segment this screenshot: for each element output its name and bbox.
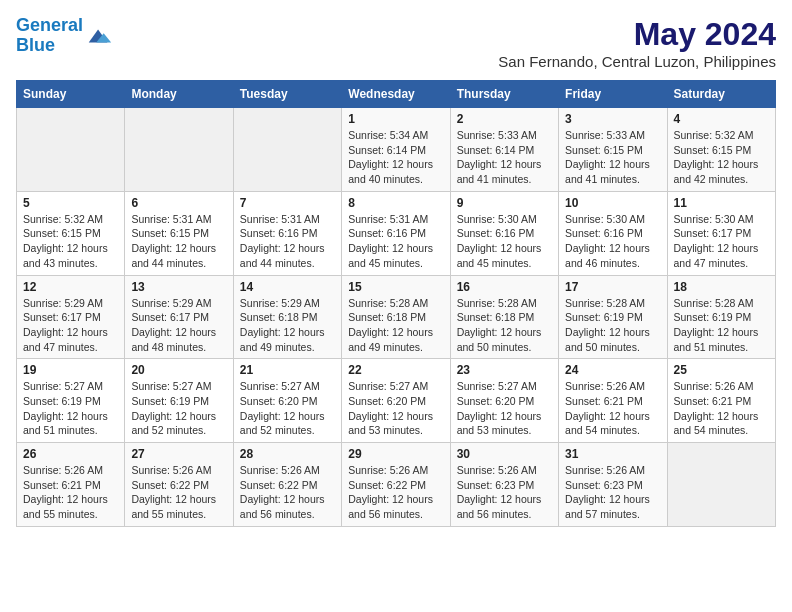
day-header-sunday: Sunday bbox=[17, 81, 125, 108]
day-number: 12 bbox=[23, 280, 118, 294]
calendar-cell: 19Sunrise: 5:27 AM Sunset: 6:19 PM Dayli… bbox=[17, 359, 125, 443]
day-info: Sunrise: 5:31 AM Sunset: 6:15 PM Dayligh… bbox=[131, 212, 226, 271]
day-header-wednesday: Wednesday bbox=[342, 81, 450, 108]
day-info: Sunrise: 5:32 AM Sunset: 6:15 PM Dayligh… bbox=[23, 212, 118, 271]
day-header-thursday: Thursday bbox=[450, 81, 558, 108]
calendar-cell: 14Sunrise: 5:29 AM Sunset: 6:18 PM Dayli… bbox=[233, 275, 341, 359]
calendar-cell: 29Sunrise: 5:26 AM Sunset: 6:22 PM Dayli… bbox=[342, 443, 450, 527]
day-info: Sunrise: 5:27 AM Sunset: 6:20 PM Dayligh… bbox=[348, 379, 443, 438]
day-number: 4 bbox=[674, 112, 769, 126]
calendar-cell: 18Sunrise: 5:28 AM Sunset: 6:19 PM Dayli… bbox=[667, 275, 775, 359]
calendar-cell bbox=[17, 108, 125, 192]
day-info: Sunrise: 5:28 AM Sunset: 6:18 PM Dayligh… bbox=[457, 296, 552, 355]
day-info: Sunrise: 5:26 AM Sunset: 6:23 PM Dayligh… bbox=[565, 463, 660, 522]
page-header: GeneralBlue May 2024 San Fernando, Centr… bbox=[16, 16, 776, 70]
calendar-cell: 30Sunrise: 5:26 AM Sunset: 6:23 PM Dayli… bbox=[450, 443, 558, 527]
day-number: 9 bbox=[457, 196, 552, 210]
calendar-cell: 13Sunrise: 5:29 AM Sunset: 6:17 PM Dayli… bbox=[125, 275, 233, 359]
calendar-cell: 15Sunrise: 5:28 AM Sunset: 6:18 PM Dayli… bbox=[342, 275, 450, 359]
day-header-monday: Monday bbox=[125, 81, 233, 108]
calendar-cell: 22Sunrise: 5:27 AM Sunset: 6:20 PM Dayli… bbox=[342, 359, 450, 443]
calendar-cell: 8Sunrise: 5:31 AM Sunset: 6:16 PM Daylig… bbox=[342, 191, 450, 275]
day-info: Sunrise: 5:28 AM Sunset: 6:19 PM Dayligh… bbox=[674, 296, 769, 355]
calendar-cell: 24Sunrise: 5:26 AM Sunset: 6:21 PM Dayli… bbox=[559, 359, 667, 443]
calendar-cell: 5Sunrise: 5:32 AM Sunset: 6:15 PM Daylig… bbox=[17, 191, 125, 275]
day-number: 23 bbox=[457, 363, 552, 377]
day-number: 21 bbox=[240, 363, 335, 377]
calendar-week-4: 19Sunrise: 5:27 AM Sunset: 6:19 PM Dayli… bbox=[17, 359, 776, 443]
calendar-cell bbox=[667, 443, 775, 527]
day-number: 7 bbox=[240, 196, 335, 210]
calendar-cell: 7Sunrise: 5:31 AM Sunset: 6:16 PM Daylig… bbox=[233, 191, 341, 275]
day-info: Sunrise: 5:31 AM Sunset: 6:16 PM Dayligh… bbox=[348, 212, 443, 271]
calendar-week-2: 5Sunrise: 5:32 AM Sunset: 6:15 PM Daylig… bbox=[17, 191, 776, 275]
day-info: Sunrise: 5:27 AM Sunset: 6:20 PM Dayligh… bbox=[457, 379, 552, 438]
day-number: 6 bbox=[131, 196, 226, 210]
calendar-week-5: 26Sunrise: 5:26 AM Sunset: 6:21 PM Dayli… bbox=[17, 443, 776, 527]
calendar-cell bbox=[233, 108, 341, 192]
day-number: 28 bbox=[240, 447, 335, 461]
calendar-cell: 21Sunrise: 5:27 AM Sunset: 6:20 PM Dayli… bbox=[233, 359, 341, 443]
logo: GeneralBlue bbox=[16, 16, 113, 56]
calendar-cell: 9Sunrise: 5:30 AM Sunset: 6:16 PM Daylig… bbox=[450, 191, 558, 275]
day-number: 2 bbox=[457, 112, 552, 126]
day-header-friday: Friday bbox=[559, 81, 667, 108]
day-info: Sunrise: 5:30 AM Sunset: 6:16 PM Dayligh… bbox=[565, 212, 660, 271]
day-number: 24 bbox=[565, 363, 660, 377]
calendar-cell: 17Sunrise: 5:28 AM Sunset: 6:19 PM Dayli… bbox=[559, 275, 667, 359]
day-info: Sunrise: 5:26 AM Sunset: 6:22 PM Dayligh… bbox=[348, 463, 443, 522]
day-number: 10 bbox=[565, 196, 660, 210]
day-info: Sunrise: 5:33 AM Sunset: 6:15 PM Dayligh… bbox=[565, 128, 660, 187]
day-number: 16 bbox=[457, 280, 552, 294]
logo-icon bbox=[85, 22, 113, 50]
calendar-cell: 1Sunrise: 5:34 AM Sunset: 6:14 PM Daylig… bbox=[342, 108, 450, 192]
calendar-cell: 12Sunrise: 5:29 AM Sunset: 6:17 PM Dayli… bbox=[17, 275, 125, 359]
day-info: Sunrise: 5:30 AM Sunset: 6:17 PM Dayligh… bbox=[674, 212, 769, 271]
calendar-cell: 11Sunrise: 5:30 AM Sunset: 6:17 PM Dayli… bbox=[667, 191, 775, 275]
day-info: Sunrise: 5:27 AM Sunset: 6:19 PM Dayligh… bbox=[23, 379, 118, 438]
day-number: 26 bbox=[23, 447, 118, 461]
day-number: 14 bbox=[240, 280, 335, 294]
calendar-cell: 28Sunrise: 5:26 AM Sunset: 6:22 PM Dayli… bbox=[233, 443, 341, 527]
day-header-tuesday: Tuesday bbox=[233, 81, 341, 108]
day-info: Sunrise: 5:26 AM Sunset: 6:23 PM Dayligh… bbox=[457, 463, 552, 522]
main-title: May 2024 bbox=[498, 16, 776, 53]
day-info: Sunrise: 5:30 AM Sunset: 6:16 PM Dayligh… bbox=[457, 212, 552, 271]
day-info: Sunrise: 5:34 AM Sunset: 6:14 PM Dayligh… bbox=[348, 128, 443, 187]
calendar-cell: 6Sunrise: 5:31 AM Sunset: 6:15 PM Daylig… bbox=[125, 191, 233, 275]
day-info: Sunrise: 5:32 AM Sunset: 6:15 PM Dayligh… bbox=[674, 128, 769, 187]
calendar-cell: 20Sunrise: 5:27 AM Sunset: 6:19 PM Dayli… bbox=[125, 359, 233, 443]
day-info: Sunrise: 5:29 AM Sunset: 6:17 PM Dayligh… bbox=[131, 296, 226, 355]
day-info: Sunrise: 5:26 AM Sunset: 6:21 PM Dayligh… bbox=[565, 379, 660, 438]
calendar-cell: 31Sunrise: 5:26 AM Sunset: 6:23 PM Dayli… bbox=[559, 443, 667, 527]
day-number: 18 bbox=[674, 280, 769, 294]
calendar-cell: 23Sunrise: 5:27 AM Sunset: 6:20 PM Dayli… bbox=[450, 359, 558, 443]
day-number: 25 bbox=[674, 363, 769, 377]
day-number: 29 bbox=[348, 447, 443, 461]
calendar-table: SundayMondayTuesdayWednesdayThursdayFrid… bbox=[16, 80, 776, 527]
day-info: Sunrise: 5:26 AM Sunset: 6:21 PM Dayligh… bbox=[23, 463, 118, 522]
day-number: 17 bbox=[565, 280, 660, 294]
day-info: Sunrise: 5:27 AM Sunset: 6:20 PM Dayligh… bbox=[240, 379, 335, 438]
day-info: Sunrise: 5:28 AM Sunset: 6:19 PM Dayligh… bbox=[565, 296, 660, 355]
calendar-body: 1Sunrise: 5:34 AM Sunset: 6:14 PM Daylig… bbox=[17, 108, 776, 527]
day-header-saturday: Saturday bbox=[667, 81, 775, 108]
day-info: Sunrise: 5:33 AM Sunset: 6:14 PM Dayligh… bbox=[457, 128, 552, 187]
calendar-cell: 10Sunrise: 5:30 AM Sunset: 6:16 PM Dayli… bbox=[559, 191, 667, 275]
subtitle: San Fernando, Central Luzon, Philippines bbox=[498, 53, 776, 70]
calendar-cell: 4Sunrise: 5:32 AM Sunset: 6:15 PM Daylig… bbox=[667, 108, 775, 192]
day-number: 19 bbox=[23, 363, 118, 377]
day-info: Sunrise: 5:28 AM Sunset: 6:18 PM Dayligh… bbox=[348, 296, 443, 355]
calendar-week-1: 1Sunrise: 5:34 AM Sunset: 6:14 PM Daylig… bbox=[17, 108, 776, 192]
calendar-header-row: SundayMondayTuesdayWednesdayThursdayFrid… bbox=[17, 81, 776, 108]
calendar-week-3: 12Sunrise: 5:29 AM Sunset: 6:17 PM Dayli… bbox=[17, 275, 776, 359]
calendar-cell: 25Sunrise: 5:26 AM Sunset: 6:21 PM Dayli… bbox=[667, 359, 775, 443]
day-number: 8 bbox=[348, 196, 443, 210]
day-number: 30 bbox=[457, 447, 552, 461]
day-number: 27 bbox=[131, 447, 226, 461]
calendar-cell: 2Sunrise: 5:33 AM Sunset: 6:14 PM Daylig… bbox=[450, 108, 558, 192]
day-info: Sunrise: 5:29 AM Sunset: 6:18 PM Dayligh… bbox=[240, 296, 335, 355]
calendar-cell: 27Sunrise: 5:26 AM Sunset: 6:22 PM Dayli… bbox=[125, 443, 233, 527]
day-number: 11 bbox=[674, 196, 769, 210]
calendar-cell bbox=[125, 108, 233, 192]
